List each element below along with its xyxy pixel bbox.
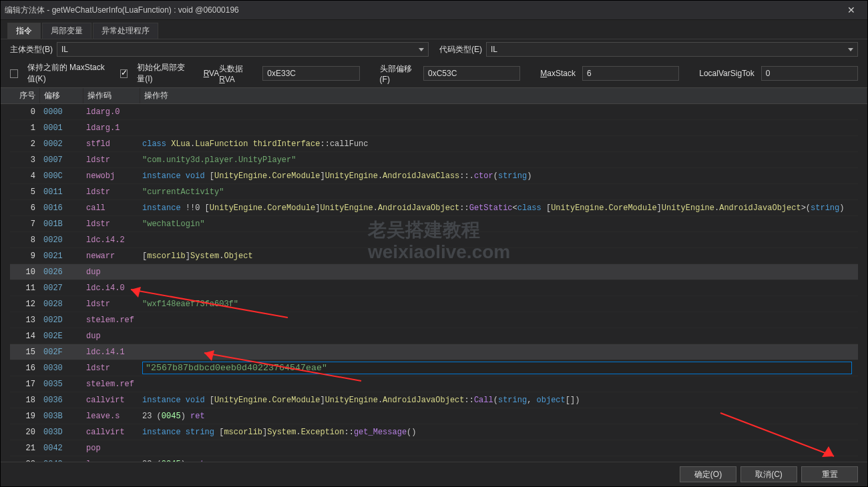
cell-operand: "wxf148eaef73fa603f" [138,300,858,309]
cell-index: 0 [10,107,39,117]
cell-opcode: leave.s [82,412,138,421]
cell-offset: 0007 [39,155,82,165]
localvarsigtok-field[interactable]: 0 [761,66,858,81]
cell-index: 21 [10,444,39,453]
tab-instructions[interactable]: 指令 [7,23,41,39]
cell-index: 11 [10,284,39,293]
label-maxstack: MaxStack [540,69,576,78]
main-type-select[interactable]: IL [57,42,429,57]
table-row[interactable]: 13002Dstelem.ref [10,312,858,328]
ok-button[interactable]: 确定(O) [680,466,736,482]
col-index[interactable]: 序号 [10,88,40,103]
table-row[interactable]: 10001ldarg.1 [10,120,858,136]
code-type-select[interactable]: IL [486,42,858,57]
table-row[interactable]: 15002Fldc.i4.1 [10,344,858,360]
cell-index: 18 [10,396,39,405]
cell-operand: "currentActivity" [138,187,858,197]
table-row[interactable]: 100026dup [10,264,858,280]
cell-index: 8 [10,235,39,245]
table-row[interactable]: 120028ldstr"wxf148eaef73fa603f" [10,296,858,312]
cell-opcode: dup [82,268,138,277]
header-offset-field[interactable]: 0xC53C [423,66,520,81]
cell-operand: instance !!0 [UnityEngine.CoreModule]Uni… [138,203,858,213]
cell-opcode: ldc.i4.2 [82,235,138,245]
table-row[interactable]: 14002Edup [10,328,858,344]
close-icon[interactable]: ✕ [839,5,863,15]
cell-operand: instance string [mscorlib]System.Excepti… [138,428,858,437]
table-row[interactable]: 80020ldc.i4.2 [10,232,858,248]
cell-offset: 001B [39,219,82,229]
table-row[interactable]: 170035stelem.ref [10,376,858,392]
tab-exhandlers[interactable]: 异常处理程序 [93,23,158,39]
cell-offset: 0035 [39,380,82,389]
label-header-rva: RVA [204,69,220,78]
cell-opcode: call [82,203,138,213]
cell-opcode: newobj [82,171,138,181]
cell-opcode: ldc.i4.0 [82,284,138,293]
table-row[interactable]: 30007ldstr"com.unity3d.player.UnityPlaye… [10,152,858,168]
cell-index: 6 [10,203,39,213]
table-row[interactable]: 220043leave.s23 (0045) ret [10,456,858,462]
cell-opcode: stelem.ref [82,380,138,389]
cell-index: 16 [10,364,39,373]
table-row[interactable]: 60016callinstance !!0 [UnityEngine.CoreM… [10,200,858,216]
operand-edit-input[interactable] [142,362,852,374]
col-operand[interactable]: 操作符 [140,88,867,103]
keep-maxstack-checkbox[interactable] [10,69,18,78]
cell-opcode: ldarg.0 [82,107,138,117]
cell-index: 13 [10,316,39,325]
cell-index: 22 [10,460,39,462]
cell-offset: 0000 [39,107,82,117]
instruction-grid[interactable]: 老吴搭建教程 weixiaolive.com 00000ldarg.010001… [1,104,867,462]
cell-operand: [mscorlib]System.Object [138,252,858,261]
cell-index: 9 [10,252,39,261]
cell-offset: 003D [39,428,82,437]
table-row[interactable]: 210042pop [10,440,858,456]
cell-offset: 0020 [39,235,82,245]
cell-operand: instance void [UnityEngine.CoreModule]Un… [138,171,858,181]
cell-opcode: leave.s [82,460,138,462]
table-row[interactable]: 7001Bldstr"wechatLogin" [10,216,858,232]
titlebar: 编辑方法体 - getWeChatUserInfo(LuaFunction) :… [1,1,867,20]
cell-opcode: ldstr [82,155,138,165]
cell-index: 19 [10,412,39,421]
cell-opcode: stelem.ref [82,316,138,325]
cell-offset: 0028 [39,300,82,309]
header-rva-field[interactable]: 0xE33C [262,66,359,81]
cell-index: 17 [10,380,39,389]
cell-offset: 0001 [39,123,82,133]
cell-offset: 0030 [39,364,82,373]
reset-button[interactable]: 重置 [801,466,858,482]
col-opcode[interactable]: 操作码 [83,88,140,103]
cell-offset: 0043 [39,460,82,462]
cell-offset: 002D [39,316,82,325]
cell-offset: 0026 [39,268,82,277]
table-row[interactable]: 180036callvirtinstance void [UnityEngine… [10,392,858,408]
init-locals-checkbox[interactable] [120,69,128,78]
table-row[interactable]: 20002stfldclass XLua.LuaFunction thirdIn… [10,136,858,152]
label-header-rva-full: 头数据 RVA [219,63,256,84]
table-row[interactable]: 50011ldstr"currentActivity" [10,184,858,200]
table-row[interactable]: 00000ldarg.0 [10,104,858,120]
cell-offset: 0016 [39,203,82,213]
tab-locals[interactable]: 局部变量 [42,23,91,39]
table-row[interactable]: 19003Bleave.s23 (0045) ret [10,408,858,424]
table-row[interactable]: 20003Dcallvirtinstance string [mscorlib]… [10,424,858,440]
cell-opcode: pop [82,444,138,453]
label-keep-maxstack: 保持之前的 MaxStack 值(K) [27,62,114,85]
table-row[interactable]: 90021newarr[mscorlib]System.Object [10,248,858,264]
cell-opcode: ldstr [82,364,138,373]
cell-operand: class XLua.LuaFunction thirdInterface::c… [138,139,858,149]
table-row[interactable]: 160030ldstr [10,360,858,376]
label-header-offset: 头部偏移(F) [380,63,417,84]
cancel-button[interactable]: 取消(C) [740,466,797,482]
cell-opcode: ldstr [82,300,138,309]
table-row[interactable]: 4000Cnewobjinstance void [UnityEngine.Co… [10,168,858,184]
table-row[interactable]: 110027ldc.i4.0 [10,280,858,296]
cell-operand: 23 (0045) ret [138,460,858,462]
col-offset[interactable]: 偏移 [40,88,83,103]
cell-opcode: callvirt [82,396,138,405]
maxstack-field[interactable]: 6 [582,66,679,81]
cell-operand [138,362,858,374]
cell-opcode: ldc.i4.1 [82,348,138,357]
